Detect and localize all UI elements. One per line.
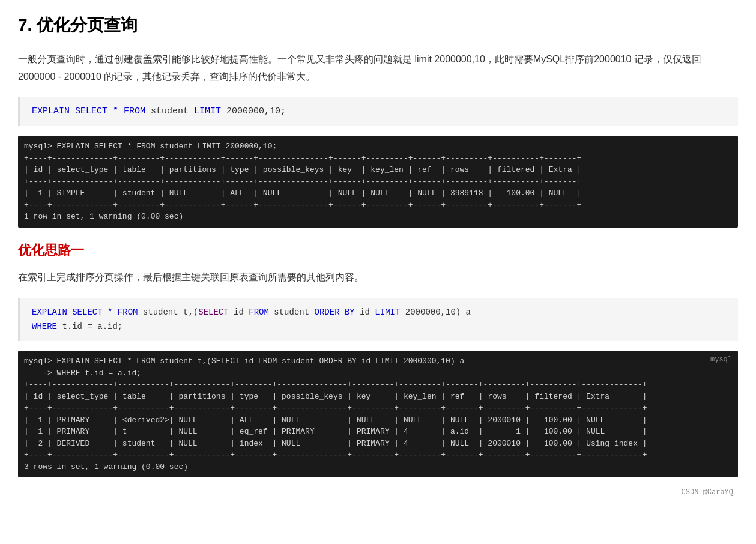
terminal-1: mysql> EXPLAIN SELECT * FROM student LIM… xyxy=(18,136,738,228)
section-heading-1: 优化思路一 xyxy=(18,240,738,261)
body-text-2: 在索引上完成排序分页操作，最后根据主键关联回原表查询所需要的其他列内容。 xyxy=(18,269,738,286)
terminal-2-wrapper: mysql> EXPLAIN SELECT * FROM student t,(… xyxy=(18,351,738,498)
terminal-2: mysql> EXPLAIN SELECT * FROM student t,(… xyxy=(18,351,738,477)
terminal-2-label: mysql xyxy=(710,354,732,366)
footer-label: CSDN @CaraYQ xyxy=(18,487,738,498)
terminal-1-wrapper: mysql> EXPLAIN SELECT * FROM student LIM… xyxy=(18,136,738,228)
code-block-2: EXPLAIN SELECT * FROM student t,(SELECT … xyxy=(18,298,738,342)
code-block-1: EXPLAIN SELECT * FROM student LIMIT 2000… xyxy=(18,97,738,126)
page-title: 7. 优化分页查询 xyxy=(18,12,738,39)
description-text: 一般分页查询时，通过创建覆盖索引能够比较好地提高性能。一个常见又非常头疼的问题就… xyxy=(18,51,738,86)
